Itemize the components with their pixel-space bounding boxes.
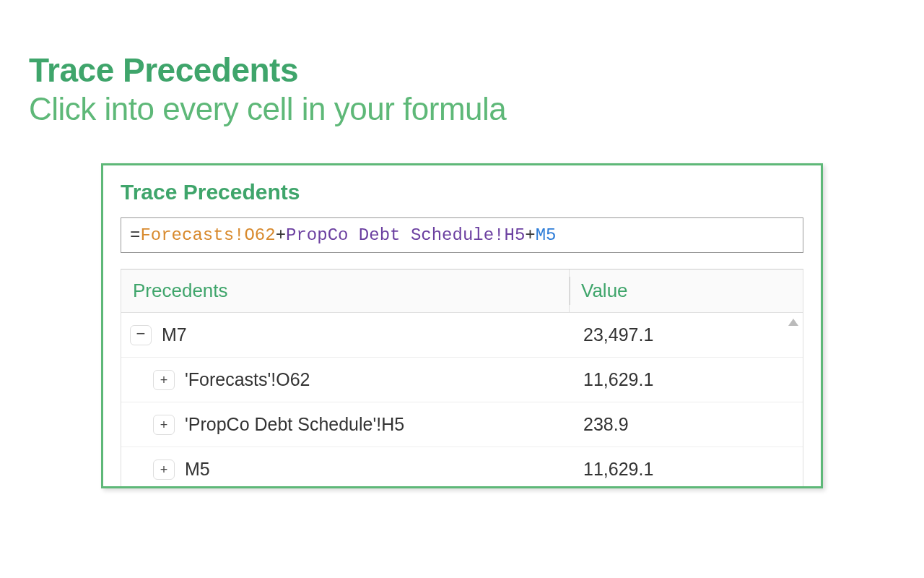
collapse-toggle-icon[interactable]: − — [130, 325, 152, 345]
panel-title: Trace Precedents — [121, 180, 803, 204]
formula-ref-propco[interactable]: PropCo Debt Schedule!H5 — [286, 225, 525, 245]
precedent-label: 'PropCo Debt Schedule'!H5 — [185, 414, 404, 435]
precedent-cell: + 'Forecasts'!O62 — [121, 358, 569, 402]
table-row[interactable]: + M5 11,629.1 — [121, 447, 803, 488]
scroll-up-icon[interactable] — [788, 319, 798, 326]
page-title: Trace Precedents — [29, 51, 895, 90]
table-header: Precedents Value — [121, 269, 803, 313]
formula-bar[interactable]: =Forecasts!O62+PropCo Debt Schedule!H5+M… — [121, 217, 803, 253]
precedents-table: Precedents Value − M7 23,497.1 + 'Foreca… — [121, 269, 803, 488]
formula-plus-2: + — [525, 225, 535, 245]
table-row[interactable]: + 'PropCo Debt Schedule'!H5 238.9 — [121, 402, 803, 447]
precedent-value: 23,497.1 — [569, 313, 803, 357]
column-header-value: Value — [569, 269, 803, 312]
formula-equals: = — [130, 225, 140, 245]
precedent-value: 238.9 — [569, 402, 803, 447]
formula-plus-1: + — [276, 225, 286, 245]
expand-toggle-icon[interactable]: + — [153, 460, 175, 480]
precedent-cell: − M7 — [121, 313, 569, 357]
expand-toggle-icon[interactable]: + — [153, 370, 175, 390]
formula-ref-forecasts[interactable]: Forecasts!O62 — [140, 225, 275, 245]
precedent-label: 'Forecasts'!O62 — [185, 369, 310, 390]
column-header-precedents: Precedents — [121, 269, 569, 312]
table-row[interactable]: + 'Forecasts'!O62 11,629.1 — [121, 358, 803, 402]
precedent-label: M5 — [185, 459, 210, 480]
formula-ref-m5[interactable]: M5 — [536, 225, 557, 245]
table-row[interactable]: − M7 23,497.1 — [121, 313, 803, 358]
precedent-cell: + M5 — [121, 447, 569, 488]
trace-precedents-panel: Trace Precedents =Forecasts!O62+PropCo D… — [101, 163, 823, 488]
precedent-label: M7 — [162, 324, 187, 345]
page-subtitle: Click into every cell in your formula — [29, 91, 895, 127]
precedent-value: 11,629.1 — [569, 447, 803, 488]
precedent-cell: + 'PropCo Debt Schedule'!H5 — [121, 402, 569, 447]
table-body: − M7 23,497.1 + 'Forecasts'!O62 11,629.1… — [121, 313, 803, 488]
expand-toggle-icon[interactable]: + — [153, 415, 175, 435]
precedent-value: 11,629.1 — [569, 358, 803, 402]
